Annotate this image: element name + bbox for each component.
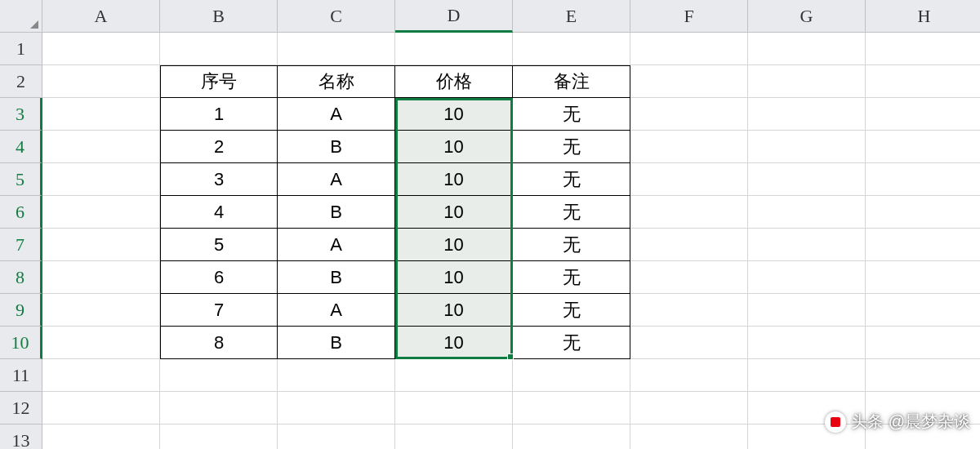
cell-D9[interactable]: 10 — [395, 294, 513, 327]
cell-D11[interactable] — [395, 359, 513, 392]
cell-H8[interactable] — [866, 261, 980, 294]
cell-F10[interactable] — [630, 327, 748, 359]
cell-E1[interactable] — [513, 33, 630, 65]
cell-F3[interactable] — [630, 98, 748, 131]
row-header-10[interactable]: 10 — [0, 327, 42, 359]
cell-D3[interactable]: 10 — [395, 98, 513, 131]
cell-A3[interactable] — [42, 98, 160, 131]
cell-D13[interactable] — [395, 425, 513, 449]
cell-A13[interactable] — [42, 425, 160, 449]
cell-G1[interactable] — [748, 33, 866, 65]
cell-A6[interactable] — [42, 196, 160, 229]
col-header-C[interactable]: C — [278, 0, 395, 33]
cell-A2[interactable] — [42, 65, 160, 98]
cell-D4[interactable]: 10 — [395, 131, 513, 163]
cell-C7[interactable]: A — [278, 229, 395, 261]
cell-C12[interactable] — [278, 392, 395, 425]
col-header-E[interactable]: E — [513, 0, 630, 33]
cell-F11[interactable] — [630, 359, 748, 392]
cell-E8[interactable]: 无 — [513, 261, 630, 294]
cell-H11[interactable] — [866, 359, 980, 392]
cell-A7[interactable] — [42, 229, 160, 261]
cell-H5[interactable] — [866, 163, 980, 196]
cell-F7[interactable] — [630, 229, 748, 261]
cell-G11[interactable] — [748, 359, 866, 392]
cell-F8[interactable] — [630, 261, 748, 294]
cell-B8[interactable]: 6 — [160, 261, 278, 294]
select-all-corner[interactable] — [0, 0, 42, 33]
cell-H7[interactable] — [866, 229, 980, 261]
row-header-5[interactable]: 5 — [0, 163, 42, 196]
row-header-8[interactable]: 8 — [0, 261, 42, 294]
row-header-4[interactable]: 4 — [0, 131, 42, 163]
cell-G4[interactable] — [748, 131, 866, 163]
cell-A8[interactable] — [42, 261, 160, 294]
cell-C5[interactable]: A — [278, 163, 395, 196]
row-header-3[interactable]: 3 — [0, 98, 42, 131]
cell-D5[interactable]: 10 — [395, 163, 513, 196]
cell-C10[interactable]: B — [278, 327, 395, 359]
cell-A10[interactable] — [42, 327, 160, 359]
cell-C6[interactable]: B — [278, 196, 395, 229]
cell-E13[interactable] — [513, 425, 630, 449]
cell-A11[interactable] — [42, 359, 160, 392]
cell-E11[interactable] — [513, 359, 630, 392]
cell-A5[interactable] — [42, 163, 160, 196]
cell-B5[interactable]: 3 — [160, 163, 278, 196]
col-header-B[interactable]: B — [160, 0, 278, 33]
row-header-13[interactable]: 13 — [0, 425, 42, 449]
cell-H2[interactable] — [866, 65, 980, 98]
cell-B7[interactable]: 5 — [160, 229, 278, 261]
row-header-1[interactable]: 1 — [0, 33, 42, 65]
cell-D8[interactable]: 10 — [395, 261, 513, 294]
cell-H1[interactable] — [866, 33, 980, 65]
cell-G9[interactable] — [748, 294, 866, 327]
row-header-7[interactable]: 7 — [0, 229, 42, 261]
cell-B9[interactable]: 7 — [160, 294, 278, 327]
cell-B3[interactable]: 1 — [160, 98, 278, 131]
cell-C4[interactable]: B — [278, 131, 395, 163]
cell-G10[interactable] — [748, 327, 866, 359]
spreadsheet-grid[interactable]: A B C D E F G H 1 2 序号 名称 价格 备注 3 1 A 10… — [0, 0, 980, 449]
cell-B4[interactable]: 2 — [160, 131, 278, 163]
row-header-9[interactable]: 9 — [0, 294, 42, 327]
row-header-11[interactable]: 11 — [0, 359, 42, 392]
cell-B1[interactable] — [160, 33, 278, 65]
cell-B10[interactable]: 8 — [160, 327, 278, 359]
cell-C13[interactable] — [278, 425, 395, 449]
cell-C1[interactable] — [278, 33, 395, 65]
cell-D1[interactable] — [395, 33, 513, 65]
cell-F9[interactable] — [630, 294, 748, 327]
cell-H10[interactable] — [866, 327, 980, 359]
cell-C11[interactable] — [278, 359, 395, 392]
cell-F1[interactable] — [630, 33, 748, 65]
cell-B2[interactable]: 序号 — [160, 65, 278, 98]
cell-H4[interactable] — [866, 131, 980, 163]
cell-B6[interactable]: 4 — [160, 196, 278, 229]
cell-D6[interactable]: 10 — [395, 196, 513, 229]
cell-F2[interactable] — [630, 65, 748, 98]
col-header-G[interactable]: G — [748, 0, 866, 33]
cell-F6[interactable] — [630, 196, 748, 229]
col-header-D[interactable]: D — [395, 0, 513, 33]
cell-C9[interactable]: A — [278, 294, 395, 327]
cell-E9[interactable]: 无 — [513, 294, 630, 327]
cell-C2[interactable]: 名称 — [278, 65, 395, 98]
cell-A4[interactable] — [42, 131, 160, 163]
cell-F5[interactable] — [630, 163, 748, 196]
cell-E6[interactable]: 无 — [513, 196, 630, 229]
cell-G5[interactable] — [748, 163, 866, 196]
cell-A1[interactable] — [42, 33, 160, 65]
cell-C3[interactable]: A — [278, 98, 395, 131]
cell-E3[interactable]: 无 — [513, 98, 630, 131]
cell-B12[interactable] — [160, 392, 278, 425]
cell-D2[interactable]: 价格 — [395, 65, 513, 98]
cell-D10[interactable]: 10 — [395, 327, 513, 359]
cell-B13[interactable] — [160, 425, 278, 449]
cell-D12[interactable] — [395, 392, 513, 425]
cell-D7[interactable]: 10 — [395, 229, 513, 261]
cell-F4[interactable] — [630, 131, 748, 163]
cell-G7[interactable] — [748, 229, 866, 261]
cell-G2[interactable] — [748, 65, 866, 98]
cell-H6[interactable] — [866, 196, 980, 229]
